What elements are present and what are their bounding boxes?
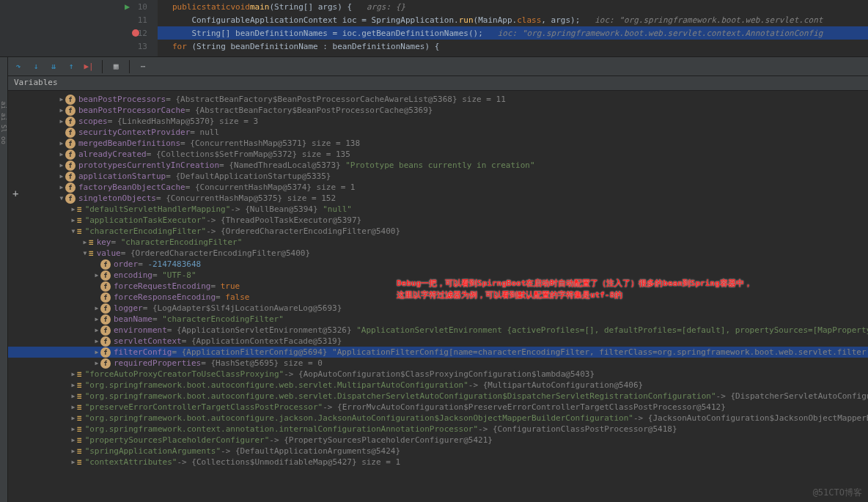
expand-arrow[interactable]: ▶ xyxy=(70,448,77,454)
var-value: = {HashSet@5695} size = 0 xyxy=(201,358,323,368)
tree-row[interactable]: ▶≡"org.springframework.boot.autoconfigur… xyxy=(8,391,868,402)
tree-row[interactable]: ▼fsingletonObjects = {ConcurrentHashMap@… xyxy=(8,193,868,204)
field-icon: f xyxy=(65,95,76,105)
tree-row[interactable]: ▶fservletContext = {ApplicationContextFa… xyxy=(8,336,868,347)
var-value: = {LinkedHashMap@5370} size = 3 xyxy=(108,117,258,126)
expand-arrow[interactable]: ▶ xyxy=(93,272,100,278)
evaluate-icon[interactable]: ▦ xyxy=(110,61,122,73)
expand-arrow[interactable]: ▶ xyxy=(58,162,65,169)
more-icon[interactable]: ⋯ xyxy=(137,61,149,73)
field-icon: f xyxy=(65,150,76,160)
var-name: beanPostProcessors xyxy=(78,95,166,104)
var-value: = {ApplicationFilterConfig@5694} "Applic… xyxy=(172,347,868,357)
var-value: = {DefaultApplicationStartup@5335} xyxy=(166,171,331,181)
var-name: "propertySourcesPlaceholderConfigurer" xyxy=(85,435,270,445)
var-name: "defaultServletHandlerMapping" xyxy=(85,204,231,214)
breakpoint-icon[interactable] xyxy=(132,29,139,37)
tree-row[interactable]: ▶≡"forceAutoProxyCreatorToUseClassProxyi… xyxy=(8,369,868,380)
expand-arrow[interactable]: ▶ xyxy=(70,217,77,224)
var-value: -> {DefaultApplicationArguments@5424} xyxy=(221,446,400,456)
expand-arrow[interactable]: ▼ xyxy=(81,250,89,256)
expand-arrow[interactable]: ▶ xyxy=(70,415,77,421)
expand-arrow[interactable]: ▶ xyxy=(93,349,100,355)
entry-icon: ≡ xyxy=(77,435,82,445)
var-value: -> {ErrorMvcAutoConfiguration$PreserveEr… xyxy=(323,402,726,412)
var-name: factoryBeanObjectCache xyxy=(78,182,185,192)
tree-row[interactable]: ▶fenvironment = {ApplicationServletEnvir… xyxy=(8,325,868,336)
var-value: -> {OrderedCharacterEncodingFilter@5400} xyxy=(206,226,400,236)
expand-arrow[interactable]: ▼ xyxy=(58,195,65,202)
add-watch-button[interactable]: + xyxy=(12,188,18,199)
expand-arrow[interactable]: ▶ xyxy=(93,327,100,333)
var-value: = {ApplicationServletEnvironment@5326} "… xyxy=(167,325,868,335)
expand-arrow[interactable]: ▶ xyxy=(58,107,65,114)
expand-arrow[interactable]: ▶ xyxy=(70,393,77,399)
expand-arrow[interactable]: ▶ xyxy=(70,206,77,213)
expand-arrow[interactable]: ▶ xyxy=(70,426,77,432)
expand-arrow[interactable]: ▶ xyxy=(93,305,100,311)
tree-row[interactable]: ▶fprototypesCurrentlyInCreation = {Named… xyxy=(8,160,868,171)
tree-row[interactable]: ▶≡"propertySourcesPlaceholderConfigurer"… xyxy=(8,435,868,446)
tree-row[interactable]: forder = -2147483648 xyxy=(8,259,868,270)
tree-row[interactable]: ▶fbeanPostProcessorCache = {AbstractBean… xyxy=(8,105,868,116)
force-step-into-icon[interactable]: ⇊ xyxy=(48,61,59,73)
entry-icon: ≡ xyxy=(77,369,82,379)
run-icon[interactable]: ▶ xyxy=(125,1,130,12)
tree-row[interactable]: ▶≡"org.springframework.context.annotatio… xyxy=(8,424,868,435)
tree-row[interactable]: ▶fmergedBeanDefinitions = {ConcurrentHas… xyxy=(8,138,868,149)
tree-row[interactable]: ▶flogger = {LogAdapter$Slf4jLocationAwar… xyxy=(8,303,868,314)
tree-row[interactable]: ▶ffactoryBeanObjectCache = {ConcurrentHa… xyxy=(8,182,868,193)
tree-row[interactable]: ▶frequiredProperties = {HashSet@5695} si… xyxy=(8,358,868,369)
tree-row[interactable]: ▶≡"contextAttributes" -> {Collections$Un… xyxy=(8,457,868,468)
var-value: -> {NullBean@5394} "null" xyxy=(230,204,352,214)
expand-arrow[interactable]: ▶ xyxy=(70,459,77,465)
tree-row[interactable]: ▶≡key = "characterEncodingFilter" xyxy=(8,237,868,248)
code-area[interactable]: public static void main(String[] args) {… xyxy=(158,0,868,56)
expand-arrow[interactable]: ▶ xyxy=(70,437,77,443)
tree-row[interactable]: ▼≡value = {OrderedCharacterEncodingFilte… xyxy=(8,248,868,259)
expand-arrow[interactable]: ▶ xyxy=(58,173,65,180)
variables-tree[interactable]: + ▶fbeanPostProcessors = {AbstractBeanFa… xyxy=(8,91,868,502)
tree-row[interactable]: fsecurityContextProvider = null xyxy=(8,127,868,138)
var-value: = null xyxy=(190,128,219,137)
tree-row[interactable]: ▶≡"org.springframework.boot.autoconfigur… xyxy=(8,380,868,391)
var-value: = "UTF-8" xyxy=(152,270,196,280)
separator xyxy=(102,60,103,73)
expand-arrow[interactable]: ▶ xyxy=(93,360,100,366)
tree-row[interactable]: ▶≡"defaultServletHandlerMapping" -> {Nul… xyxy=(8,204,868,215)
tree-row[interactable]: ▶≡"preserveErrorControllerTargetClassPos… xyxy=(8,402,868,413)
var-name: "springApplicationArguments" xyxy=(85,446,221,456)
step-over-icon[interactable]: ↷ xyxy=(12,61,24,73)
tree-row[interactable]: ▶fbeanName = "characterEncodingFilter" xyxy=(8,314,868,325)
expand-arrow[interactable]: ▶ xyxy=(70,371,77,377)
expand-arrow[interactable]: ▶ xyxy=(58,151,65,158)
expand-arrow[interactable]: ▶ xyxy=(58,184,65,191)
expand-arrow[interactable]: ▶ xyxy=(93,338,100,344)
run-to-cursor-icon[interactable]: ▶| xyxy=(83,61,95,73)
expand-arrow[interactable]: ▶ xyxy=(58,96,65,103)
var-name: "characterEncodingFilter" xyxy=(85,226,207,236)
step-out-icon[interactable]: ↑ xyxy=(65,61,77,73)
entry-icon: ≡ xyxy=(89,237,94,247)
tree-row[interactable]: ▶fapplicationStartup = {DefaultApplicati… xyxy=(8,171,868,182)
expand-arrow[interactable]: ▶ xyxy=(58,140,65,147)
expand-arrow[interactable]: ▶ xyxy=(58,118,65,125)
tree-row[interactable]: ▶≡"springApplicationArguments" -> {Defau… xyxy=(8,446,868,457)
expand-arrow[interactable]: ▶ xyxy=(93,316,100,322)
tree-row[interactable]: ▼≡"characterEncodingFilter" -> {OrderedC… xyxy=(8,226,868,237)
var-value: -> {ThreadPoolTaskExecutor@5397} xyxy=(206,215,361,225)
expand-arrow[interactable]: ▶ xyxy=(70,404,77,410)
tree-row[interactable]: ▶falreadyCreated = {Collections$SetFromM… xyxy=(8,149,868,160)
tree-row[interactable]: ▶fscopes = {LinkedHashMap@5370} size = 3 xyxy=(8,116,868,127)
expand-arrow[interactable]: ▶ xyxy=(81,239,89,246)
tree-row[interactable]: ▶ffilterConfig = {ApplicationFilterConfi… xyxy=(8,347,868,358)
tree-row[interactable]: ▶≡"org.springframework.boot.autoconfigur… xyxy=(8,413,868,424)
tree-row[interactable]: ▶fbeanPostProcessors = {AbstractBeanFact… xyxy=(8,94,868,105)
step-into-icon[interactable]: ↓ xyxy=(30,61,42,73)
expand-arrow[interactable]: ▼ xyxy=(70,228,77,235)
tree-row[interactable]: ▶≡"applicationTaskExecutor" -> {ThreadPo… xyxy=(8,215,868,226)
var-name: applicationStartup xyxy=(78,171,166,181)
expand-arrow[interactable]: ▶ xyxy=(70,382,77,388)
var-name: prototypesCurrentlyInCreation xyxy=(78,160,219,170)
field-icon: f xyxy=(100,358,111,369)
